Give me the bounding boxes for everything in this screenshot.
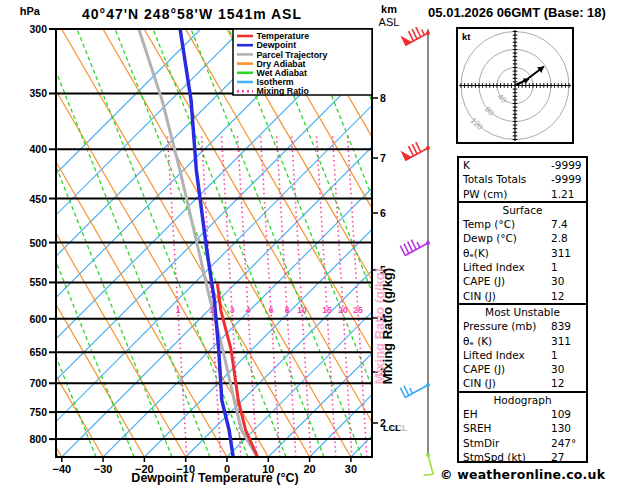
wet-adiabat-line bbox=[0, 29, 20, 457]
table-row: EH109 bbox=[459, 407, 586, 421]
table-section-title: Most Unstable bbox=[459, 305, 586, 319]
pressure-tick-label: 600 bbox=[29, 313, 47, 325]
row-value: 109 bbox=[551, 407, 571, 421]
pressure-tick-label: 750 bbox=[29, 406, 47, 418]
km-unit-label: km bbox=[381, 3, 397, 15]
table-row: CAPE (J)30 bbox=[459, 362, 586, 376]
table-row: Temp (°C)7.4 bbox=[459, 217, 586, 231]
barb-feather-full bbox=[409, 31, 414, 41]
row-label: PW (cm) bbox=[463, 187, 507, 201]
barb-attach-dot bbox=[426, 241, 430, 245]
barb-feather-full bbox=[400, 388, 405, 398]
mixing-ratio-line bbox=[277, 135, 296, 457]
row-value: 1 bbox=[551, 348, 558, 362]
indices-table: K-9999Totals Totals-9999PW (cm)1.21Surfa… bbox=[457, 156, 588, 463]
row-value: 247° bbox=[551, 436, 576, 450]
table-section: SurfaceTemp (°C)7.4Dewp (°C)2.8θₑ(K)311L… bbox=[459, 201, 586, 303]
mixing-ratio-value-label: 2 bbox=[210, 305, 215, 315]
row-label: CAPE (J) bbox=[463, 274, 505, 288]
hodograph-unit-label: kt bbox=[462, 31, 471, 42]
barb-feather-full bbox=[416, 142, 421, 152]
dry-adiabat-line bbox=[0, 29, 21, 457]
row-value: 12 bbox=[551, 376, 564, 390]
row-label: K bbox=[463, 158, 470, 172]
barb-feather-full bbox=[408, 242, 413, 252]
lcl-label: LCL bbox=[383, 423, 401, 433]
temp-tick-label: 20 bbox=[303, 463, 315, 475]
km-tick-label: 6 bbox=[380, 207, 386, 219]
row-label: CIN (J) bbox=[463, 289, 496, 303]
mixing-ratio-line bbox=[317, 135, 336, 457]
row-value: -9999 bbox=[551, 158, 582, 172]
mixing-ratio-value-label: 1 bbox=[176, 305, 181, 315]
pressure-tick-label: 500 bbox=[29, 237, 47, 249]
table-section-title: Surface bbox=[459, 203, 586, 217]
mixing-ratio-value-label: 8 bbox=[285, 305, 290, 315]
barb-feather-full bbox=[411, 240, 416, 250]
km-tick-label: 7 bbox=[380, 152, 386, 164]
barb-feather-full bbox=[400, 246, 405, 256]
wind-barb bbox=[400, 27, 430, 45]
table-row: SREH130 bbox=[459, 421, 586, 435]
table-row: CAPE (J)30 bbox=[459, 274, 586, 288]
row-value: 311 bbox=[551, 246, 571, 260]
barb-feather-full bbox=[412, 29, 417, 39]
barb-feather-full bbox=[404, 244, 409, 254]
barb-flag bbox=[400, 151, 411, 161]
row-label: θₑ (K) bbox=[463, 334, 492, 348]
row-label: CIN (J) bbox=[463, 376, 496, 390]
table-section: Most UnstablePressure (mb)839θₑ (K)311Li… bbox=[459, 303, 586, 391]
pressure-tick-label: 550 bbox=[29, 276, 47, 288]
barb-attach-dot bbox=[426, 146, 430, 150]
wind-barb bbox=[424, 453, 434, 475]
barb-shaft bbox=[405, 385, 428, 397]
pressure-tick-label: 650 bbox=[29, 346, 47, 358]
row-label: Totals Totals bbox=[463, 172, 526, 186]
barb-feather-half bbox=[422, 30, 425, 35]
row-label: Lifted Index bbox=[463, 260, 525, 274]
row-value: 30 bbox=[551, 274, 564, 288]
asl-unit-label: ASL bbox=[379, 16, 400, 28]
row-value: 311 bbox=[551, 334, 571, 348]
pressure-tick-label: 350 bbox=[29, 87, 47, 99]
row-value: 27 bbox=[551, 450, 564, 464]
table-row: PW (cm)1.21 bbox=[459, 187, 586, 201]
mixing-ratio-value-label: 25 bbox=[353, 305, 363, 315]
barb-attach-dot bbox=[426, 383, 430, 387]
table-section: HodographEH109SREH130StmDir247°StmSpd (k… bbox=[459, 391, 586, 464]
wind-barb bbox=[400, 142, 430, 160]
run-date-label: 05.01.2026 06GMT (Base: 18) bbox=[428, 5, 606, 20]
barb-attach-dot bbox=[426, 31, 430, 35]
skewt-sounding-page: 300350400450500550600650700750800−40−30−… bbox=[0, 0, 629, 486]
table-row: StmSpd (kt)27 bbox=[459, 450, 586, 464]
mixing-ratio-value-label: 4 bbox=[246, 305, 251, 315]
barb-feather-full bbox=[409, 146, 414, 156]
barb-feather-half bbox=[417, 242, 420, 247]
row-value: -9999 bbox=[551, 172, 582, 186]
table-row: Dewp (°C)2.8 bbox=[459, 231, 586, 245]
row-value: 2.8 bbox=[551, 231, 568, 245]
copyright-footer: © weatheronline.co.uk bbox=[440, 467, 629, 482]
mixing-ratio-value-label: 20 bbox=[338, 305, 348, 315]
row-label: EH bbox=[463, 407, 478, 421]
barb-feather-full bbox=[416, 27, 421, 37]
barb-attach-dot bbox=[426, 453, 430, 457]
row-value: 12 bbox=[551, 289, 564, 303]
row-value: 1 bbox=[551, 260, 558, 274]
row-label: SREH bbox=[463, 421, 492, 435]
row-label: CAPE (J) bbox=[463, 362, 505, 376]
row-label: Temp (°C) bbox=[463, 217, 515, 231]
legend-label: Mixing Ratio bbox=[257, 86, 310, 96]
wind-barb bbox=[400, 383, 430, 397]
table-row: K-9999 bbox=[459, 158, 586, 172]
mixing-ratio-value-label: 15 bbox=[322, 305, 332, 315]
table-row: Pressure (mb)839 bbox=[459, 319, 586, 333]
barb-shaft bbox=[428, 455, 433, 474]
barb-feather-half bbox=[410, 388, 413, 393]
barb-flag bbox=[400, 36, 411, 46]
wind-barb bbox=[400, 240, 430, 256]
pressure-tick-label: 700 bbox=[29, 377, 47, 389]
hodograph: 4080120 bbox=[457, 28, 573, 143]
temp-tick-label: −30 bbox=[94, 463, 113, 475]
row-value: 839 bbox=[551, 319, 571, 333]
